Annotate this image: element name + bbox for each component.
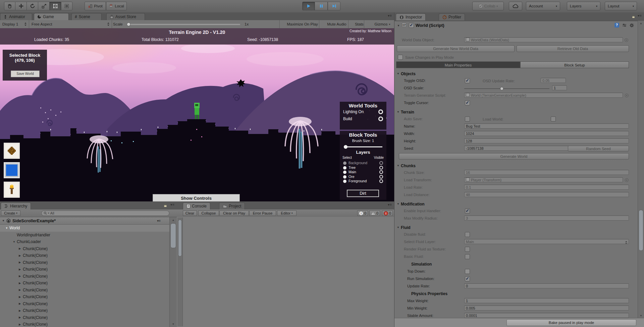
layer-visible-toggle[interactable]: [379, 179, 383, 183]
clear-on-play-button[interactable]: Clear on Play: [219, 211, 249, 216]
value-field[interactable]: Bug Test: [464, 124, 629, 129]
tab-block-setup[interactable]: Block Setup: [520, 61, 629, 68]
presets-icon[interactable]: [622, 23, 627, 28]
scroll-down-icon[interactable]: ▼: [638, 314, 644, 317]
checkbox[interactable]: [465, 116, 470, 122]
console-scrollbar[interactable]: [177, 218, 183, 326]
aspect-dropdown[interactable]: Free Aspect: [29, 20, 112, 28]
foldout-arrow-icon[interactable]: ▶: [19, 275, 23, 278]
value-field[interactable]: -10857138: [464, 146, 572, 151]
save-changes-checkbox[interactable]: [398, 55, 403, 60]
value-field[interactable]: 0.1: [464, 185, 629, 190]
foldout-arrow-icon[interactable]: ▼: [2, 219, 5, 222]
foldout-arrow-icon[interactable]: ▶: [19, 268, 23, 271]
hierarchy-item[interactable]: ▶Chunk(Clone): [0, 321, 169, 327]
layer-select-radio[interactable]: [343, 175, 346, 179]
clear-button[interactable]: Clear: [183, 211, 197, 216]
brush-slider-thumb[interactable]: [344, 145, 347, 149]
foldout-arrow-icon[interactable]: ▶: [19, 302, 23, 305]
checkbox[interactable]: [465, 276, 470, 281]
foldout-arrow-icon[interactable]: ▼: [397, 110, 399, 113]
tab-project[interactable]: Project: [219, 202, 245, 209]
slider-thumb[interactable]: [500, 87, 503, 90]
pause-button[interactable]: [315, 2, 328, 10]
warning-count-badge[interactable]: 0: [369, 211, 380, 216]
hierarchy-item[interactable]: ▶Chunk(Clone): [0, 280, 169, 287]
slider-track[interactable]: [464, 88, 549, 89]
object-picker-icon[interactable]: [625, 178, 629, 182]
rect-tool-button[interactable]: [50, 2, 61, 10]
play-button[interactable]: [302, 2, 315, 10]
value-field[interactable]: 1: [464, 298, 629, 303]
hierarchy-item[interactable]: ▶Chunk(Clone): [0, 259, 169, 266]
foldout-arrow-icon[interactable]: ▶: [19, 282, 23, 285]
hierarchy-item[interactable]: ▼ChunkLoader: [0, 238, 169, 245]
scrollbar-thumb[interactable]: [170, 223, 176, 248]
save-world-button[interactable]: Save World: [11, 71, 40, 77]
lock-icon[interactable]: [163, 203, 167, 207]
generate-world-button[interactable]: Generate World: [399, 153, 629, 159]
foldout-arrow-icon[interactable]: ▶: [19, 323, 23, 326]
tab-animator[interactable]: Animator: [0, 13, 32, 20]
error-count-badge[interactable]: ! 0: [382, 211, 393, 216]
tab-asset-store[interactable]: Asset Store: [106, 13, 145, 20]
foldout-arrow-icon[interactable]: ▼: [397, 164, 399, 167]
object-picker-icon[interactable]: [625, 94, 629, 97]
value-field[interactable]: World (TerrainGeneratorExample): [464, 93, 623, 98]
value-field[interactable]: 48: [464, 192, 629, 197]
pivot-toggle-button[interactable]: Pivot: [85, 2, 106, 10]
lock-icon[interactable]: [632, 15, 635, 18]
hierarchy-item[interactable]: ▼World: [0, 225, 169, 232]
tab-profiler[interactable]: Profiler: [439, 13, 465, 20]
tab-main-properties[interactable]: Main Properties: [396, 61, 520, 68]
create-dropdown[interactable]: Create ▾: [1, 211, 20, 216]
foldout-arrow-icon[interactable]: ▶: [19, 288, 23, 291]
move-tool-button[interactable]: [15, 2, 27, 10]
transform-tool-button[interactable]: [61, 2, 72, 10]
tab-scene[interactable]: # Scene: [71, 13, 102, 20]
panel-menu-icon[interactable]: ▾≡: [170, 203, 175, 206]
hierarchy-item[interactable]: ▶Chunk(Clone): [0, 266, 169, 273]
local-toggle-button[interactable]: Local: [106, 2, 127, 10]
gear-icon[interactable]: [630, 23, 634, 28]
scale-slider[interactable]: [127, 24, 240, 25]
hierarchy-item[interactable]: ▶Chunk(Clone): [0, 307, 169, 314]
tab-console[interactable]: Console: [183, 202, 210, 209]
foldout-arrow-icon[interactable]: ▼: [397, 202, 399, 205]
value-field[interactable]: 3: [464, 216, 629, 221]
layer-visible-toggle[interactable]: [379, 161, 383, 165]
dropdown-field[interactable]: Main: [464, 239, 629, 244]
world-script-component-header[interactable]: ▼ c# World (Script) ?: [394, 22, 638, 29]
foldout-arrow-icon[interactable]: ▶: [19, 247, 23, 250]
brush-size-slider[interactable]: [344, 145, 382, 148]
value-field[interactable]: 0.0001: [464, 313, 629, 318]
world-data-object-field[interactable]: WorldData (WorldData): [464, 37, 623, 42]
hierarchy-item[interactable]: ▶Chunk(Clone): [0, 245, 169, 252]
hierarchy-item[interactable]: ▶Chunk(Clone): [0, 252, 169, 259]
scene-header-row[interactable]: ▼ SideScrollerExample* ▾≡: [0, 217, 169, 225]
value-field[interactable]: 1: [552, 85, 567, 90]
retrieve-old-data-button[interactable]: Retrieve Old Data: [517, 45, 629, 52]
help-icon[interactable]: ?: [614, 23, 619, 28]
checkbox[interactable]: [465, 208, 470, 214]
value-field[interactable]: 128: [464, 138, 629, 143]
scale-tool-button[interactable]: [38, 2, 50, 10]
inspector-scrollbar[interactable]: ▲ ▼: [638, 21, 644, 318]
bake-paused-button[interactable]: Bake paused in play mode: [506, 319, 636, 326]
value-field[interactable]: 0.05: [541, 78, 566, 83]
foldout-arrow-icon[interactable]: ▼: [397, 226, 399, 229]
hierarchy-item[interactable]: ▶Chunk(Clone): [0, 273, 169, 280]
lighting-toggle[interactable]: [378, 109, 383, 114]
scrollbar-thumb[interactable]: [178, 220, 182, 256]
value-field[interactable]: 0: [464, 283, 629, 288]
layer-visible-toggle[interactable]: [379, 170, 383, 174]
layer-select-radio[interactable]: [343, 180, 346, 183]
foldout-arrow-icon[interactable]: ▼: [5, 227, 9, 230]
collab-button[interactable]: Collab ▾: [472, 2, 504, 10]
hand-tool-button[interactable]: [4, 2, 15, 10]
scroll-up-icon[interactable]: ▲: [638, 22, 644, 25]
foldout-arrow-icon[interactable]: ▼: [397, 72, 399, 75]
checkbox[interactable]: [465, 78, 470, 83]
tab-hierarchy[interactable]: Hierarchy: [1, 202, 31, 209]
selected-block-type-button[interactable]: Dirt: [347, 190, 379, 197]
